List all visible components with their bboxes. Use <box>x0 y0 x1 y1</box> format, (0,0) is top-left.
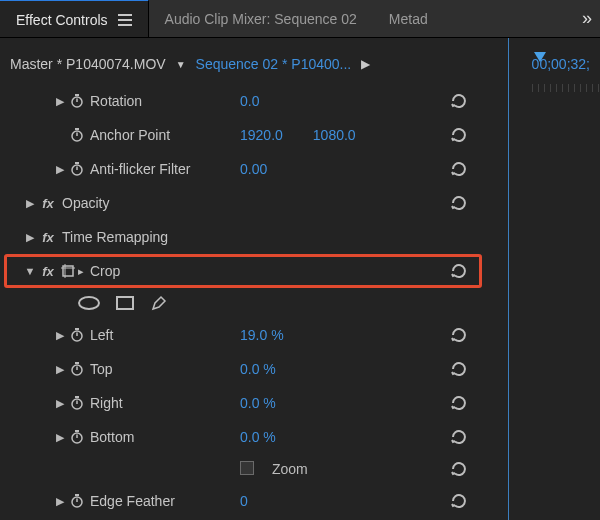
property-value[interactable]: 0 <box>240 493 248 509</box>
property-label: Left <box>90 327 113 343</box>
fx-badge-icon[interactable]: fx <box>38 230 58 245</box>
reset-button[interactable] <box>445 393 473 413</box>
tab-label: Effect Controls <box>16 12 108 28</box>
property-label: Rotation <box>90 93 142 109</box>
timecode-display[interactable]: 00;00;32; <box>532 56 590 72</box>
sequence-clip-label[interactable]: Sequence 02 * P10400... <box>196 56 352 72</box>
svg-rect-13 <box>75 328 79 330</box>
svg-rect-4 <box>75 128 79 130</box>
reset-button[interactable] <box>445 459 473 479</box>
crop-mask-tools <box>0 288 600 318</box>
mask-rectangle-button[interactable] <box>116 296 134 310</box>
svg-rect-7 <box>75 162 79 164</box>
expand-toggle[interactable]: ▶ <box>52 397 68 410</box>
property-value[interactable]: 0.0 % <box>240 395 276 411</box>
stopwatch-icon[interactable] <box>68 394 86 412</box>
property-crop-top: ▶ Top 0.0 % <box>0 352 600 386</box>
fx-badge-icon[interactable]: fx <box>38 264 58 279</box>
zoom-checkbox[interactable] <box>240 461 254 475</box>
playhead-icon <box>534 52 546 62</box>
effect-time-remapping: ▶ fx Time Remapping <box>0 220 600 254</box>
property-anti-flicker: ▶ Anti-flicker Filter 0.00 <box>0 152 600 186</box>
effect-label: Opacity <box>62 195 109 211</box>
play-icon[interactable]: ▶ <box>361 57 370 71</box>
property-label: Anti-flicker Filter <box>90 161 190 177</box>
stopwatch-icon[interactable] <box>68 160 86 178</box>
property-label: Bottom <box>90 429 134 445</box>
reset-button[interactable] <box>445 359 473 379</box>
tab-effect-controls[interactable]: Effect Controls <box>0 0 149 37</box>
property-value[interactable]: 0.00 <box>240 161 267 177</box>
anchor-y-value[interactable]: 1080.0 <box>313 127 356 143</box>
svg-rect-19 <box>75 396 79 398</box>
stopwatch-icon[interactable] <box>68 360 86 378</box>
expand-toggle[interactable]: ▶ <box>52 163 68 176</box>
property-label: Right <box>90 395 123 411</box>
property-list: ▶ Rotation 0.0 ▶ Anchor Point 1920.0 108… <box>0 80 600 518</box>
panel-menu-icon[interactable] <box>118 14 132 26</box>
svg-rect-22 <box>75 430 79 432</box>
stopwatch-icon[interactable] <box>68 326 86 344</box>
reset-button[interactable] <box>445 159 473 179</box>
property-value[interactable]: 0.0 % <box>240 429 276 445</box>
effect-controls-panel: Master * P1040074.MOV ▼ Sequence 02 * P1… <box>0 38 600 520</box>
effect-label: Time Remapping <box>62 229 168 245</box>
property-label: Zoom <box>272 461 308 477</box>
fx-badge-icon[interactable]: fx <box>38 196 58 211</box>
property-crop-zoom: ▶ Zoom <box>0 454 600 484</box>
expand-toggle[interactable]: ▶ <box>52 95 68 108</box>
expand-toggle[interactable]: ▶ <box>22 231 38 244</box>
property-crop-bottom: ▶ Bottom 0.0 % <box>0 420 600 454</box>
property-value[interactable]: 0.0 <box>240 93 259 109</box>
effect-label: Crop <box>90 263 120 279</box>
property-label: Anchor Point <box>90 127 170 143</box>
svg-rect-25 <box>75 494 79 496</box>
reset-button[interactable] <box>445 427 473 447</box>
reset-button[interactable] <box>445 325 473 345</box>
property-label: Edge Feather <box>90 493 175 509</box>
property-anchor-point: ▶ Anchor Point 1920.0 1080.0 <box>0 118 600 152</box>
svg-rect-1 <box>75 94 79 96</box>
mask-ellipse-button[interactable] <box>78 296 100 310</box>
property-crop-left: ▶ Left 19.0 % <box>0 318 600 352</box>
mask-pen-button[interactable] <box>150 294 168 312</box>
expand-toggle[interactable]: ▶ <box>52 495 68 508</box>
property-crop-right: ▶ Right 0.0 % <box>0 386 600 420</box>
reset-button[interactable] <box>445 125 473 145</box>
stopwatch-icon[interactable] <box>68 126 86 144</box>
tab-label: Metad <box>389 11 428 27</box>
reset-button[interactable] <box>445 261 473 281</box>
tab-audio-clip-mixer[interactable]: Audio Clip Mixer: Sequence 02 <box>149 0 373 37</box>
reset-button[interactable] <box>445 193 473 213</box>
expand-toggle[interactable]: ▶ <box>52 431 68 444</box>
panel-tabbar: Effect Controls Audio Clip Mixer: Sequen… <box>0 0 600 38</box>
expand-toggle[interactable]: ▼ <box>22 265 38 277</box>
tab-label: Audio Clip Mixer: Sequence 02 <box>165 11 357 27</box>
expand-toggle[interactable]: ▶ <box>22 197 38 210</box>
master-clip-label[interactable]: Master * P1040074.MOV <box>10 56 166 72</box>
stopwatch-icon[interactable] <box>68 92 86 110</box>
svg-rect-16 <box>75 362 79 364</box>
ellipse-icon <box>78 296 100 310</box>
tab-overflow-button[interactable]: » <box>570 0 600 37</box>
stopwatch-icon[interactable] <box>68 492 86 510</box>
expand-toggle[interactable]: ▶ <box>52 329 68 342</box>
crop-effect-icon: ▸ <box>60 263 84 279</box>
reset-button[interactable] <box>445 491 473 511</box>
property-label: Top <box>90 361 113 377</box>
chevron-right-double-icon: » <box>582 8 588 29</box>
dropdown-triangle-icon[interactable]: ▼ <box>176 59 186 70</box>
pen-icon <box>150 294 168 312</box>
tab-metadata[interactable]: Metad <box>373 0 444 37</box>
property-rotation: ▶ Rotation 0.0 <box>0 84 600 118</box>
rectangle-icon <box>116 296 134 310</box>
expand-toggle[interactable]: ▶ <box>52 363 68 376</box>
effect-opacity: ▶ fx Opacity <box>0 186 600 220</box>
property-value[interactable]: 0.0 % <box>240 361 276 377</box>
reset-button[interactable] <box>445 91 473 111</box>
effect-crop: ▼ fx ▸ Crop <box>0 254 600 288</box>
anchor-x-value[interactable]: 1920.0 <box>240 127 283 143</box>
clip-header: Master * P1040074.MOV ▼ Sequence 02 * P1… <box>0 38 600 80</box>
property-value[interactable]: 19.0 % <box>240 327 284 343</box>
stopwatch-icon[interactable] <box>68 428 86 446</box>
